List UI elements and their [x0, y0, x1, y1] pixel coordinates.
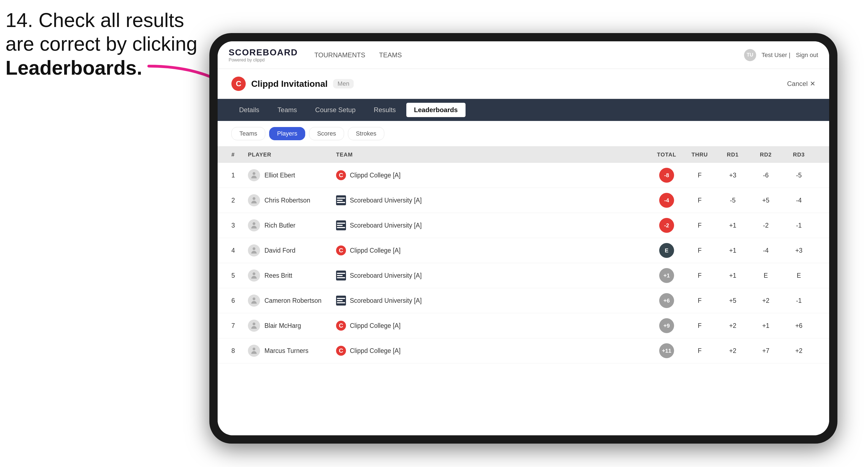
col-total: TOTAL [650, 152, 683, 158]
team-cell: C Clippd College [A] [336, 246, 650, 255]
rd2-cell: +7 [749, 347, 782, 354]
player-avatar [248, 345, 260, 357]
nav-right: TU Test User | Sign out [744, 49, 818, 61]
rd3-cell: -1 [782, 222, 815, 229]
team-cell: Scoreboard University [A] [336, 195, 650, 205]
player-name: Marcus Turners [265, 347, 309, 354]
table-row: 1 Elliot Ebert C Clippd College [A] -8 F… [218, 163, 829, 188]
svg-point-4 [253, 247, 255, 250]
total-cell: -2 [650, 218, 683, 233]
col-thru: THRU [683, 152, 716, 158]
team-name: Clippd College [A] [350, 247, 401, 254]
table-row: 4 David Ford C Clippd College [A] E F +1… [218, 238, 829, 263]
main-content: C Clippd Invitational Men Cancel ✕ Detai… [218, 69, 829, 435]
team-logo-sb [336, 271, 346, 280]
rd2-cell: E [749, 272, 782, 279]
team-cell: C Clippd College [A] [336, 321, 650, 331]
team-name: Clippd College [A] [350, 322, 401, 330]
filter-strokes[interactable]: Strokes [348, 127, 384, 140]
filter-scores[interactable]: Scores [309, 127, 344, 140]
tab-course-setup[interactable]: Course Setup [307, 103, 363, 117]
rd2-cell: +1 [749, 322, 782, 330]
team-name: Clippd College [A] [350, 172, 401, 179]
player-avatar [248, 219, 260, 231]
score-badge: +6 [659, 293, 674, 308]
score-badge: E [659, 243, 674, 258]
rd3-cell: +6 [782, 322, 815, 330]
total-cell: -4 [650, 193, 683, 208]
team-cell: C Clippd College [A] [336, 170, 650, 180]
player-cell: David Ford [248, 244, 336, 256]
cancel-button[interactable]: Cancel ✕ [787, 80, 815, 88]
rd2-cell: +5 [749, 197, 782, 204]
score-badge: +9 [659, 318, 674, 333]
svg-point-3 [253, 222, 255, 225]
player-cell: Cameron Robertson [248, 294, 336, 307]
rd3-cell: +2 [782, 347, 815, 354]
signout-link[interactable]: Sign out [796, 52, 818, 59]
rd2-cell: +2 [749, 297, 782, 305]
row-rank: 7 [231, 322, 248, 330]
player-cell: Elliot Ebert [248, 169, 336, 181]
nav-tournaments[interactable]: TOURNAMENTS [314, 49, 365, 62]
thru-cell: F [683, 272, 716, 279]
navbar: SCOREBOARD Powered by clippd TOURNAMENTS… [218, 41, 829, 69]
row-rank: 1 [231, 172, 248, 179]
rd1-cell: +1 [716, 272, 749, 279]
tournament-icon: C [231, 76, 246, 91]
logo-area: SCOREBOARD Powered by clippd [229, 48, 298, 63]
col-rd1: RD1 [716, 152, 749, 158]
team-name: Scoreboard University [A] [350, 222, 422, 229]
player-avatar [248, 270, 260, 282]
team-cell: C Clippd College [A] [336, 346, 650, 356]
row-rank: 5 [231, 272, 248, 279]
thru-cell: F [683, 322, 716, 330]
rd3-cell: -1 [782, 297, 815, 305]
team-name: Clippd College [A] [350, 347, 401, 354]
player-name: Elliot Ebert [265, 172, 295, 179]
player-name: Blair McHarg [265, 322, 301, 330]
player-name: Rich Butler [265, 222, 295, 229]
table-row: 5 Rees Britt Scoreboard University [A] +… [218, 263, 829, 288]
nav-links: TOURNAMENTS TEAMS [314, 49, 744, 62]
team-logo-clippd: C [336, 246, 346, 255]
tournament-header: C Clippd Invitational Men Cancel ✕ [218, 69, 829, 99]
team-cell: Scoreboard University [A] [336, 295, 650, 306]
player-name: Rees Britt [265, 272, 292, 279]
filter-players[interactable]: Players [269, 127, 305, 140]
logo-text: SCOREBOARD [229, 48, 298, 58]
total-cell: +6 [650, 293, 683, 308]
rd1-cell: +5 [716, 297, 749, 305]
total-cell: +11 [650, 343, 683, 358]
tablet-screen: SCOREBOARD Powered by clippd TOURNAMENTS… [218, 41, 829, 435]
nav-teams[interactable]: TEAMS [379, 49, 402, 62]
tournament-title-area: C Clippd Invitational Men [231, 76, 354, 91]
user-avatar: TU [744, 49, 756, 61]
tab-details[interactable]: Details [231, 103, 267, 117]
filter-teams[interactable]: Teams [231, 127, 265, 140]
tab-leaderboards[interactable]: Leaderboards [406, 103, 466, 117]
tab-teams[interactable]: Teams [270, 103, 305, 117]
player-cell: Rich Butler [248, 219, 336, 231]
col-rd3: RD3 [782, 152, 815, 158]
table-header: # PLAYER TEAM TOTAL THRU RD1 RD2 RD3 [218, 147, 829, 163]
score-badge: +1 [659, 268, 674, 283]
table-row: 2 Chris Robertson Scoreboard University … [218, 188, 829, 213]
table-body: 1 Elliot Ebert C Clippd College [A] -8 F… [218, 163, 829, 364]
team-logo-sb [336, 220, 346, 230]
col-team: TEAM [336, 152, 650, 158]
player-cell: Chris Robertson [248, 194, 336, 206]
row-rank: 4 [231, 247, 248, 254]
team-name: Scoreboard University [A] [350, 272, 422, 279]
thru-cell: F [683, 247, 716, 254]
player-name: Cameron Robertson [265, 297, 321, 305]
thru-cell: F [683, 222, 716, 229]
rd2-cell: -2 [749, 222, 782, 229]
rd3-cell: -5 [782, 172, 815, 179]
tab-results[interactable]: Results [366, 103, 404, 117]
player-avatar [248, 294, 260, 307]
score-badge: -4 [659, 193, 674, 208]
logo-sub: Powered by clippd [229, 58, 298, 63]
rd2-cell: -4 [749, 247, 782, 254]
player-cell: Blair McHarg [248, 320, 336, 332]
